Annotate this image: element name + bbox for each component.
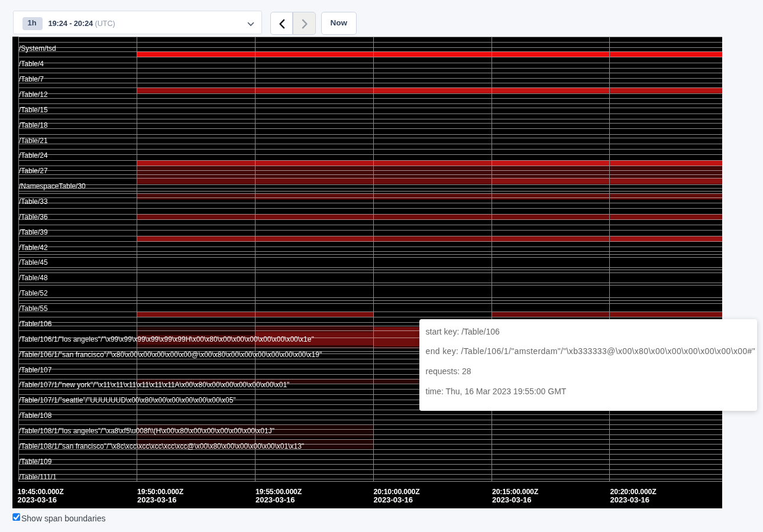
- svg-text:/Table/111/1: /Table/111/1: [19, 473, 57, 481]
- svg-text:/Table/106: /Table/106: [19, 320, 52, 328]
- svg-text:19:45:00.000Z: 19:45:00.000Z: [18, 488, 64, 496]
- svg-text:2023-03-16: 2023-03-16: [374, 495, 413, 504]
- svg-text:/Table/24: /Table/24: [19, 151, 48, 160]
- svg-text:2023-03-16: 2023-03-16: [18, 495, 57, 504]
- svg-text:2023-03-16: 2023-03-16: [610, 495, 650, 504]
- svg-text:19:55:00.000Z: 19:55:00.000Z: [256, 488, 302, 496]
- svg-text:19:50:00.000Z: 19:50:00.000Z: [137, 488, 184, 496]
- svg-text:/Table/55: /Table/55: [19, 304, 48, 313]
- svg-text:/Table/106/1/"san francisco"/": /Table/106/1/"san francisco"/"\x80\x00\x…: [19, 351, 322, 359]
- svg-text:/Table/7: /Table/7: [19, 75, 44, 83]
- svg-text:2023-03-16: 2023-03-16: [492, 495, 532, 504]
- svg-text:/Table/36: /Table/36: [19, 213, 48, 221]
- svg-text:/Table/15: /Table/15: [19, 106, 48, 114]
- svg-text:/Table/21: /Table/21: [19, 137, 48, 145]
- svg-text:/Table/106/1/"los angeles"/"\x: /Table/106/1/"los angeles"/"\x99\x99\x99…: [19, 335, 314, 343]
- svg-text:/Table/107/1/"new york"/"\x11\: /Table/107/1/"new york"/"\x11\x11\x11\x1…: [19, 381, 289, 389]
- svg-text:20:10:00.000Z: 20:10:00.000Z: [374, 488, 421, 496]
- svg-text:/NamespaceTable/30: /NamespaceTable/30: [19, 182, 86, 190]
- svg-text:/Table/18: /Table/18: [19, 121, 48, 129]
- svg-text:2023-03-16: 2023-03-16: [256, 495, 295, 504]
- svg-text:/Table/107/1/"seattle"/"UUUUUU: /Table/107/1/"seattle"/"UUUUUUD\x00\x80\…: [19, 396, 236, 404]
- svg-text:/Table/52: /Table/52: [19, 289, 48, 297]
- svg-text:/Table/42: /Table/42: [19, 244, 48, 252]
- svg-text:20:20:00.000Z: 20:20:00.000Z: [610, 488, 657, 496]
- svg-text:2023-03-16: 2023-03-16: [137, 495, 177, 504]
- svg-text:/Table/4: /Table/4: [19, 60, 44, 68]
- svg-text:/Table/108/1/"san francisco"/": /Table/108/1/"san francisco"/"\x8c\xcc\x…: [19, 442, 304, 450]
- svg-text:/Table/108: /Table/108: [19, 411, 52, 420]
- svg-text:/Table/108/1/"los angeles"/"\x: /Table/108/1/"los angeles"/"\xa8\xf5\u00…: [19, 427, 274, 435]
- svg-text:/Table/45: /Table/45: [19, 258, 48, 267]
- svg-text:/System/tsd: /System/tsd: [19, 44, 56, 53]
- svg-text:20:15:00.000Z: 20:15:00.000Z: [492, 488, 539, 496]
- svg-text:/Table/27: /Table/27: [19, 167, 48, 175]
- svg-text:/Table/12: /Table/12: [19, 90, 48, 99]
- svg-text:/Table/107: /Table/107: [19, 366, 52, 374]
- svg-text:/Table/33: /Table/33: [19, 197, 48, 206]
- svg-text:/Table/48: /Table/48: [19, 274, 48, 282]
- svg-text:/Table/39: /Table/39: [19, 228, 48, 236]
- svg-text:/Table/109: /Table/109: [19, 458, 52, 466]
